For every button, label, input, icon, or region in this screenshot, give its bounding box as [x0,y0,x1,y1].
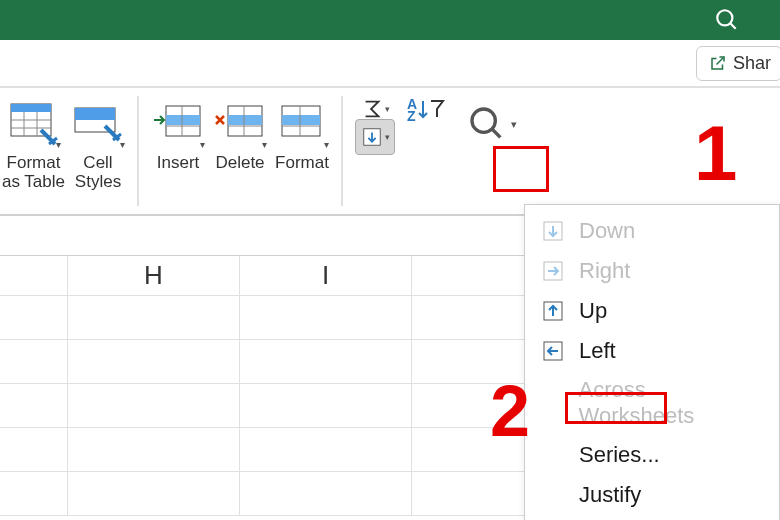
menu-item-right[interactable]: Right [525,251,779,291]
chevron-down-icon: ▾ [120,139,125,150]
right-icon [539,257,567,285]
svg-rect-9 [75,108,115,120]
find-select-button[interactable] [467,104,507,144]
column-header[interactable] [0,256,68,295]
menu-item-label: Series... [579,442,660,468]
cell[interactable] [68,296,240,339]
menu-item-up[interactable]: Up [525,291,779,331]
format-as-table-icon: ▾ [5,96,63,152]
cell-styles-button[interactable]: ▾ Cell Styles [69,96,127,191]
cell-styles-icon: ▾ [69,96,127,152]
menu-item-flash-fill[interactable]: Flash Fill [525,515,779,520]
svg-rect-11 [166,115,200,125]
format-icon: ▾ [273,96,331,152]
divider [341,96,343,206]
svg-rect-19 [282,115,320,125]
search-icon[interactable] [714,7,740,33]
cell-styles-label: Cell Styles [75,154,121,191]
chevron-down-icon: ▾ [262,139,267,150]
svg-point-0 [717,10,732,25]
delete-icon: ▾ [211,96,269,152]
annotation-number-1: 1 [694,108,737,199]
cell[interactable] [240,384,412,427]
share-icon [709,54,727,72]
cell[interactable] [68,340,240,383]
chevron-down-icon: ▾ [385,104,390,114]
cell[interactable] [68,384,240,427]
cell[interactable] [68,472,240,515]
menu-item-label: Left [579,338,616,364]
cell[interactable] [0,340,68,383]
title-bar [0,0,780,40]
fill-button[interactable]: ▾ [355,119,395,155]
menu-item-justify[interactable]: Justify [525,475,779,515]
format-as-table-label: Format as Table [2,154,65,191]
share-button[interactable]: Shar [696,46,780,81]
format-label: Format [275,154,329,173]
insert-icon: ▾ [149,96,207,152]
column-header[interactable]: H [68,256,240,295]
cell[interactable] [0,384,68,427]
svg-rect-15 [228,115,262,125]
menu-item-label: Up [579,298,607,324]
annotation-box-1 [493,146,549,192]
menu-item-series[interactable]: Series... [525,435,779,475]
menu-item-label: Right [579,258,630,284]
up-icon [539,297,567,325]
annotation-number-2: 2 [490,370,530,452]
insert-label: Insert [157,154,200,173]
format-button[interactable]: ▾ Format [273,96,331,173]
chevron-down-icon: ▾ [385,132,390,142]
cell[interactable] [68,428,240,471]
cell[interactable] [0,428,68,471]
svg-line-26 [492,129,500,137]
cell[interactable] [0,296,68,339]
menu-item-left[interactable]: Left [525,331,779,371]
svg-line-1 [730,23,735,28]
cell[interactable] [240,296,412,339]
fill-dropdown-menu: Down Right Up Left Across Worksheets Ser… [524,204,780,520]
share-bar: Shar [0,40,780,88]
sort-filter-button[interactable]: AZ [397,91,453,127]
cell[interactable] [240,428,412,471]
delete-label: Delete [215,154,264,173]
svg-point-25 [472,109,495,132]
chevron-down-icon: ▾ [200,139,205,150]
share-label: Shar [733,53,771,74]
svg-rect-3 [11,104,51,112]
menu-item-down[interactable]: Down [525,211,779,251]
chevron-down-icon: ▾ [511,118,517,131]
format-as-table-button[interactable]: ▾ Format as Table [2,96,65,191]
annotation-box-2 [565,392,667,424]
cell[interactable] [240,340,412,383]
delete-button[interactable]: ▾ Delete [211,96,269,173]
cell[interactable] [240,472,412,515]
chevron-down-icon: ▾ [324,139,329,150]
chevron-down-icon: ▾ [56,139,61,150]
cell[interactable] [0,472,68,515]
left-icon [539,337,567,365]
insert-button[interactable]: ▾ Insert [149,96,207,173]
column-header[interactable]: I [240,256,412,295]
svg-text:Z: Z [407,108,416,123]
ribbon-toolbar: ▾ Format as Table ▾ Cell Styles ▾ Insert… [0,88,780,216]
down-icon [539,217,567,245]
menu-item-label: Down [579,218,635,244]
divider [137,96,139,206]
menu-item-label: Justify [579,482,641,508]
